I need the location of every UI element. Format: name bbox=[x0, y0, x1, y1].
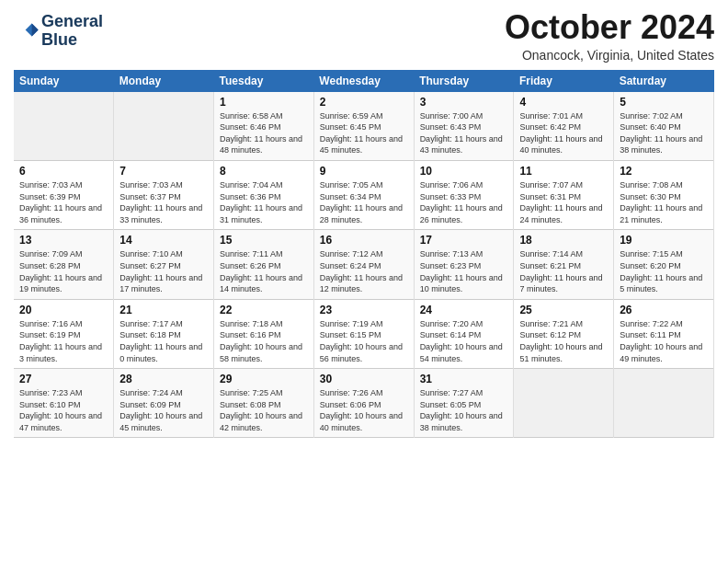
calendar-cell: 18Sunrise: 7:14 AMSunset: 6:21 PMDayligh… bbox=[514, 230, 614, 299]
calendar-cell bbox=[114, 92, 214, 161]
day-number: 9 bbox=[320, 165, 408, 178]
day-info: Sunrise: 7:06 AMSunset: 6:33 PMDaylight:… bbox=[420, 179, 508, 225]
calendar-cell: 3Sunrise: 7:00 AMSunset: 6:43 PMDaylight… bbox=[414, 92, 514, 161]
day-info: Sunrise: 7:09 AMSunset: 6:28 PMDaylight:… bbox=[19, 248, 108, 294]
day-number: 28 bbox=[119, 373, 208, 385]
day-number: 14 bbox=[119, 234, 208, 247]
day-number: 10 bbox=[420, 165, 508, 178]
calendar-cell: 17Sunrise: 7:13 AMSunset: 6:23 PMDayligh… bbox=[414, 230, 514, 299]
day-number: 17 bbox=[420, 234, 508, 247]
day-info: Sunrise: 7:05 AMSunset: 6:34 PMDaylight:… bbox=[320, 179, 408, 225]
day-number: 16 bbox=[320, 234, 408, 247]
calendar-cell: 28Sunrise: 7:24 AMSunset: 6:09 PMDayligh… bbox=[114, 369, 214, 438]
day-info: Sunrise: 7:23 AMSunset: 6:10 PMDaylight:… bbox=[19, 387, 108, 433]
location: Onancock, Virginia, United States bbox=[505, 48, 714, 63]
day-info: Sunrise: 7:18 AMSunset: 6:16 PMDaylight:… bbox=[220, 318, 308, 364]
calendar-cell: 6Sunrise: 7:03 AMSunset: 6:39 PMDaylight… bbox=[14, 160, 114, 229]
col-wednesday: Wednesday bbox=[313, 70, 414, 92]
day-info: Sunrise: 7:02 AMSunset: 6:40 PMDaylight:… bbox=[620, 110, 708, 156]
calendar-header: Sunday Monday Tuesday Wednesday Thursday… bbox=[14, 70, 714, 92]
col-saturday: Saturday bbox=[614, 70, 714, 92]
day-info: Sunrise: 7:22 AMSunset: 6:11 PMDaylight:… bbox=[620, 318, 708, 364]
calendar-cell: 20Sunrise: 7:16 AMSunset: 6:19 PMDayligh… bbox=[14, 299, 114, 368]
day-number: 25 bbox=[519, 304, 608, 316]
col-thursday: Thursday bbox=[414, 70, 514, 92]
day-number: 30 bbox=[320, 373, 408, 385]
day-number: 19 bbox=[620, 234, 708, 247]
day-info: Sunrise: 7:10 AMSunset: 6:27 PMDaylight:… bbox=[119, 248, 208, 294]
day-info: Sunrise: 7:01 AMSunset: 6:42 PMDaylight:… bbox=[519, 110, 608, 156]
day-number: 1 bbox=[220, 96, 308, 109]
day-info: Sunrise: 7:14 AMSunset: 6:21 PMDaylight:… bbox=[519, 248, 608, 294]
calendar-cell: 9Sunrise: 7:05 AMSunset: 6:34 PMDaylight… bbox=[313, 160, 414, 229]
logo-line2: Blue bbox=[41, 31, 103, 50]
day-info: Sunrise: 7:26 AMSunset: 6:06 PMDaylight:… bbox=[320, 387, 408, 433]
calendar-cell: 22Sunrise: 7:18 AMSunset: 6:16 PMDayligh… bbox=[214, 299, 314, 368]
calendar-cell: 14Sunrise: 7:10 AMSunset: 6:27 PMDayligh… bbox=[114, 230, 214, 299]
calendar-cell: 29Sunrise: 7:25 AMSunset: 6:08 PMDayligh… bbox=[214, 369, 314, 438]
day-info: Sunrise: 7:12 AMSunset: 6:24 PMDaylight:… bbox=[320, 248, 408, 294]
calendar-cell: 4Sunrise: 7:01 AMSunset: 6:42 PMDaylight… bbox=[514, 92, 614, 161]
logo-icon bbox=[14, 18, 40, 44]
calendar-cell: 1Sunrise: 6:58 AMSunset: 6:46 PMDaylight… bbox=[214, 92, 314, 161]
day-info: Sunrise: 7:27 AMSunset: 6:05 PMDaylight:… bbox=[420, 387, 508, 433]
day-number: 6 bbox=[19, 165, 108, 178]
calendar-cell: 12Sunrise: 7:08 AMSunset: 6:30 PMDayligh… bbox=[614, 160, 714, 229]
day-number: 4 bbox=[519, 96, 608, 109]
calendar-cell: 19Sunrise: 7:15 AMSunset: 6:20 PMDayligh… bbox=[614, 230, 714, 299]
day-number: 31 bbox=[420, 373, 508, 385]
day-info: Sunrise: 7:08 AMSunset: 6:30 PMDaylight:… bbox=[620, 179, 708, 225]
day-info: Sunrise: 7:20 AMSunset: 6:14 PMDaylight:… bbox=[420, 318, 508, 364]
calendar-cell bbox=[514, 369, 614, 438]
calendar-cell: 26Sunrise: 7:22 AMSunset: 6:11 PMDayligh… bbox=[614, 299, 714, 368]
calendar-cell: 25Sunrise: 7:21 AMSunset: 6:12 PMDayligh… bbox=[514, 299, 614, 368]
day-number: 3 bbox=[420, 96, 508, 109]
col-monday: Monday bbox=[114, 70, 214, 92]
day-number: 15 bbox=[220, 234, 308, 247]
calendar-cell: 27Sunrise: 7:23 AMSunset: 6:10 PMDayligh… bbox=[14, 369, 114, 438]
day-info: Sunrise: 7:15 AMSunset: 6:20 PMDaylight:… bbox=[620, 248, 708, 294]
day-number: 2 bbox=[320, 96, 408, 109]
calendar-week-0: 1Sunrise: 6:58 AMSunset: 6:46 PMDaylight… bbox=[14, 92, 714, 161]
day-info: Sunrise: 7:03 AMSunset: 6:39 PMDaylight:… bbox=[19, 179, 108, 225]
day-number: 24 bbox=[420, 304, 508, 316]
day-info: Sunrise: 7:13 AMSunset: 6:23 PMDaylight:… bbox=[420, 248, 508, 294]
day-info: Sunrise: 7:11 AMSunset: 6:26 PMDaylight:… bbox=[220, 248, 308, 294]
day-number: 20 bbox=[19, 304, 108, 316]
day-info: Sunrise: 7:24 AMSunset: 6:09 PMDaylight:… bbox=[119, 387, 208, 433]
calendar-week-3: 20Sunrise: 7:16 AMSunset: 6:19 PMDayligh… bbox=[14, 299, 714, 368]
day-number: 26 bbox=[620, 304, 708, 316]
day-info: Sunrise: 7:04 AMSunset: 6:36 PMDaylight:… bbox=[220, 179, 308, 225]
day-info: Sunrise: 7:16 AMSunset: 6:19 PMDaylight:… bbox=[19, 318, 108, 364]
day-number: 8 bbox=[220, 165, 308, 178]
col-sunday: Sunday bbox=[14, 70, 114, 92]
calendar-cell bbox=[614, 369, 714, 438]
day-number: 29 bbox=[220, 373, 308, 385]
day-number: 22 bbox=[220, 304, 308, 316]
day-number: 21 bbox=[119, 304, 208, 316]
calendar-cell: 7Sunrise: 7:03 AMSunset: 6:37 PMDaylight… bbox=[114, 160, 214, 229]
calendar-cell: 10Sunrise: 7:06 AMSunset: 6:33 PMDayligh… bbox=[414, 160, 514, 229]
header: General Blue October 2024 Onancock, Virg… bbox=[14, 9, 714, 63]
calendar-cell: 5Sunrise: 7:02 AMSunset: 6:40 PMDaylight… bbox=[614, 92, 714, 161]
svg-marker-1 bbox=[32, 23, 39, 36]
logo-text: General Blue bbox=[41, 13, 103, 50]
calendar-cell: 8Sunrise: 7:04 AMSunset: 6:36 PMDaylight… bbox=[214, 160, 314, 229]
day-number: 12 bbox=[620, 165, 708, 178]
logo-line1: General bbox=[41, 13, 103, 31]
day-number: 5 bbox=[620, 96, 708, 109]
calendar-cell: 30Sunrise: 7:26 AMSunset: 6:06 PMDayligh… bbox=[313, 369, 414, 438]
calendar-week-1: 6Sunrise: 7:03 AMSunset: 6:39 PMDaylight… bbox=[14, 160, 714, 229]
calendar-cell: 23Sunrise: 7:19 AMSunset: 6:15 PMDayligh… bbox=[313, 299, 414, 368]
month-title: October 2024 bbox=[505, 9, 714, 46]
col-friday: Friday bbox=[514, 70, 614, 92]
day-number: 23 bbox=[320, 304, 408, 316]
calendar-cell: 24Sunrise: 7:20 AMSunset: 6:14 PMDayligh… bbox=[414, 299, 514, 368]
calendar-table: Sunday Monday Tuesday Wednesday Thursday… bbox=[14, 70, 714, 439]
day-info: Sunrise: 7:07 AMSunset: 6:31 PMDaylight:… bbox=[519, 179, 608, 225]
calendar-cell bbox=[14, 92, 114, 161]
day-info: Sunrise: 6:59 AMSunset: 6:45 PMDaylight:… bbox=[320, 110, 408, 156]
day-info: Sunrise: 7:17 AMSunset: 6:18 PMDaylight:… bbox=[119, 318, 208, 364]
day-info: Sunrise: 6:58 AMSunset: 6:46 PMDaylight:… bbox=[220, 110, 308, 156]
day-number: 18 bbox=[519, 234, 608, 247]
